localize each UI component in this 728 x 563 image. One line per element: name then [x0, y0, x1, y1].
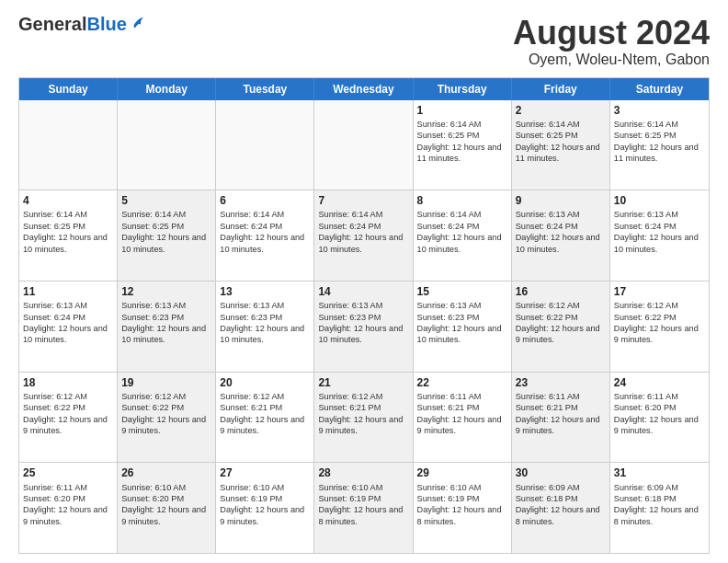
calendar-cell: 24Sunrise: 6:11 AM Sunset: 6:20 PM Dayli… [610, 373, 709, 463]
day-number: 1 [417, 103, 507, 118]
logo-text: GeneralBlue [18, 15, 147, 33]
title-location: Oyem, Woleu-Ntem, Gabon [513, 52, 710, 68]
day-info: Sunrise: 6:14 AM Sunset: 6:25 PM Dayligh… [417, 119, 507, 165]
day-info: Sunrise: 6:12 AM Sunset: 6:22 PM Dayligh… [516, 300, 606, 346]
calendar-cell: 18Sunrise: 6:12 AM Sunset: 6:22 PM Dayli… [19, 373, 118, 463]
day-info: Sunrise: 6:14 AM Sunset: 6:24 PM Dayligh… [417, 209, 507, 255]
day-number: 27 [220, 465, 310, 480]
day-info: Sunrise: 6:11 AM Sunset: 6:21 PM Dayligh… [516, 391, 606, 437]
day-number: 8 [417, 193, 507, 208]
calendar-cell: 7Sunrise: 6:14 AM Sunset: 6:24 PM Daylig… [314, 190, 413, 281]
day-info: Sunrise: 6:11 AM Sunset: 6:20 PM Dayligh… [23, 482, 113, 528]
calendar-cell: 9Sunrise: 6:13 AM Sunset: 6:24 PM Daylig… [512, 190, 610, 281]
logo: GeneralBlue [18, 15, 147, 33]
day-number: 4 [23, 193, 113, 208]
title-block: August 2024 Oyem, Woleu-Ntem, Gabon [513, 15, 710, 68]
day-number: 30 [516, 465, 606, 480]
day-number: 10 [614, 193, 705, 208]
calendar-cell: 15Sunrise: 6:13 AM Sunset: 6:23 PM Dayli… [414, 282, 512, 372]
calendar-cell: 25Sunrise: 6:11 AM Sunset: 6:20 PM Dayli… [19, 463, 118, 553]
day-number: 3 [614, 103, 705, 118]
calendar-cell: 13Sunrise: 6:13 AM Sunset: 6:23 PM Dayli… [216, 282, 314, 372]
calendar-cell: 21Sunrise: 6:12 AM Sunset: 6:21 PM Dayli… [314, 373, 413, 463]
calendar-cell [314, 100, 413, 190]
calendar-cell: 28Sunrise: 6:10 AM Sunset: 6:19 PM Dayli… [314, 463, 413, 553]
day-info: Sunrise: 6:13 AM Sunset: 6:24 PM Dayligh… [516, 209, 606, 255]
day-info: Sunrise: 6:12 AM Sunset: 6:22 PM Dayligh… [614, 300, 705, 346]
day-number: 18 [23, 375, 113, 390]
day-number: 22 [417, 375, 507, 390]
day-number: 24 [614, 375, 705, 390]
day-info: Sunrise: 6:14 AM Sunset: 6:25 PM Dayligh… [516, 119, 606, 165]
header-day-wednesday: Wednesday [314, 78, 413, 100]
day-info: Sunrise: 6:10 AM Sunset: 6:19 PM Dayligh… [417, 482, 507, 528]
day-number: 7 [318, 193, 408, 208]
calendar-cell: 16Sunrise: 6:12 AM Sunset: 6:22 PM Dayli… [512, 282, 610, 372]
day-info: Sunrise: 6:13 AM Sunset: 6:23 PM Dayligh… [121, 300, 211, 346]
calendar-cell: 2Sunrise: 6:14 AM Sunset: 6:25 PM Daylig… [512, 100, 610, 190]
title-month: August 2024 [513, 15, 710, 52]
calendar-cell [19, 100, 118, 190]
calendar-cell [118, 100, 216, 190]
day-info: Sunrise: 6:12 AM Sunset: 6:22 PM Dayligh… [121, 391, 211, 437]
day-info: Sunrise: 6:14 AM Sunset: 6:24 PM Dayligh… [318, 209, 408, 255]
day-info: Sunrise: 6:10 AM Sunset: 6:20 PM Dayligh… [121, 482, 211, 528]
day-info: Sunrise: 6:13 AM Sunset: 6:24 PM Dayligh… [614, 209, 705, 255]
calendar-body: 1Sunrise: 6:14 AM Sunset: 6:25 PM Daylig… [19, 100, 709, 553]
day-number: 15 [417, 284, 507, 299]
day-number: 11 [23, 284, 113, 299]
day-info: Sunrise: 6:14 AM Sunset: 6:24 PM Dayligh… [220, 209, 310, 255]
day-info: Sunrise: 6:10 AM Sunset: 6:19 PM Dayligh… [318, 482, 408, 528]
header-day-tuesday: Tuesday [216, 78, 314, 100]
day-number: 17 [614, 284, 705, 299]
calendar-cell: 10Sunrise: 6:13 AM Sunset: 6:24 PM Dayli… [610, 190, 709, 281]
day-number: 29 [417, 465, 507, 480]
calendar-cell: 6Sunrise: 6:14 AM Sunset: 6:24 PM Daylig… [216, 190, 314, 281]
day-number: 5 [121, 193, 211, 208]
calendar-cell: 11Sunrise: 6:13 AM Sunset: 6:24 PM Dayli… [19, 282, 118, 372]
header-day-thursday: Thursday [414, 78, 512, 100]
calendar-row: 4Sunrise: 6:14 AM Sunset: 6:25 PM Daylig… [19, 190, 709, 281]
calendar-cell [216, 100, 314, 190]
day-number: 13 [220, 284, 310, 299]
logo-blue: Blue [86, 15, 126, 33]
calendar-row: 25Sunrise: 6:11 AM Sunset: 6:20 PM Dayli… [19, 462, 709, 553]
header: GeneralBlue August 2024 Oyem, Woleu-Ntem… [18, 15, 710, 68]
day-number: 31 [614, 465, 705, 480]
calendar-cell: 19Sunrise: 6:12 AM Sunset: 6:22 PM Dayli… [118, 373, 216, 463]
day-info: Sunrise: 6:13 AM Sunset: 6:23 PM Dayligh… [417, 300, 507, 346]
day-info: Sunrise: 6:13 AM Sunset: 6:24 PM Dayligh… [23, 300, 113, 346]
day-number: 26 [121, 465, 211, 480]
calendar-cell: 26Sunrise: 6:10 AM Sunset: 6:20 PM Dayli… [118, 463, 216, 553]
calendar-cell: 3Sunrise: 6:14 AM Sunset: 6:25 PM Daylig… [610, 100, 709, 190]
day-number: 2 [516, 103, 606, 118]
day-info: Sunrise: 6:13 AM Sunset: 6:23 PM Dayligh… [220, 300, 310, 346]
day-info: Sunrise: 6:09 AM Sunset: 6:18 PM Dayligh… [614, 482, 705, 528]
calendar-row: 11Sunrise: 6:13 AM Sunset: 6:24 PM Dayli… [19, 281, 709, 372]
day-number: 21 [318, 375, 408, 390]
page: GeneralBlue August 2024 Oyem, Woleu-Ntem… [0, 0, 728, 563]
day-number: 23 [516, 375, 606, 390]
calendar-cell: 23Sunrise: 6:11 AM Sunset: 6:21 PM Dayli… [512, 373, 610, 463]
calendar-cell: 4Sunrise: 6:14 AM Sunset: 6:25 PM Daylig… [19, 190, 118, 281]
calendar-cell: 12Sunrise: 6:13 AM Sunset: 6:23 PM Dayli… [118, 282, 216, 372]
day-info: Sunrise: 6:12 AM Sunset: 6:21 PM Dayligh… [318, 391, 408, 437]
day-number: 9 [516, 193, 606, 208]
calendar-cell: 5Sunrise: 6:14 AM Sunset: 6:25 PM Daylig… [118, 190, 216, 281]
day-info: Sunrise: 6:12 AM Sunset: 6:22 PM Dayligh… [23, 391, 113, 437]
day-info: Sunrise: 6:10 AM Sunset: 6:19 PM Dayligh… [220, 482, 310, 528]
day-info: Sunrise: 6:11 AM Sunset: 6:20 PM Dayligh… [614, 391, 705, 437]
calendar-cell: 8Sunrise: 6:14 AM Sunset: 6:24 PM Daylig… [414, 190, 512, 281]
day-info: Sunrise: 6:12 AM Sunset: 6:21 PM Dayligh… [220, 391, 310, 437]
day-info: Sunrise: 6:13 AM Sunset: 6:23 PM Dayligh… [318, 300, 408, 346]
day-info: Sunrise: 6:14 AM Sunset: 6:25 PM Dayligh… [23, 209, 113, 255]
calendar-cell: 20Sunrise: 6:12 AM Sunset: 6:21 PM Dayli… [216, 373, 314, 463]
header-day-friday: Friday [512, 78, 610, 100]
day-info: Sunrise: 6:09 AM Sunset: 6:18 PM Dayligh… [516, 482, 606, 528]
header-day-saturday: Saturday [610, 78, 709, 100]
day-number: 14 [318, 284, 408, 299]
calendar-cell: 31Sunrise: 6:09 AM Sunset: 6:18 PM Dayli… [610, 463, 709, 553]
calendar-cell: 1Sunrise: 6:14 AM Sunset: 6:25 PM Daylig… [414, 100, 512, 190]
header-day-sunday: Sunday [19, 78, 118, 100]
logo-general: General [18, 15, 86, 33]
